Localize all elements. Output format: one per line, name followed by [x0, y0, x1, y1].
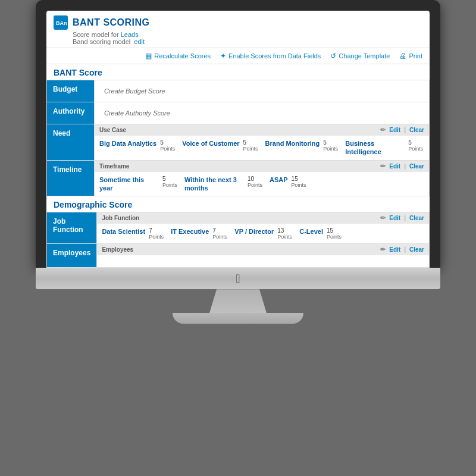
imac-stand-base [173, 313, 303, 324]
job-function-edit-icon: ✏ [380, 214, 386, 222]
score-model-link[interactable]: Leads [121, 31, 139, 38]
asap-points: 15Points [292, 176, 306, 188]
demographic-scoring-table: Job Function Job Function ✏ Edit | Clear [46, 212, 430, 268]
employees-actions: ✏ Edit | Clear [380, 246, 424, 253]
big-data-label: Big Data Analytics [99, 139, 156, 148]
clevel-label: C-Level [299, 227, 323, 236]
enable-scores-button[interactable]: ✦ Enable Scores from Data Fields [220, 52, 321, 60]
band-label: Band scoring model [73, 38, 130, 45]
imac-chin:  [36, 268, 440, 289]
employees-header: Employees ✏ Edit | Clear [97, 244, 429, 255]
data-scientist-points: 7Points [149, 227, 164, 240]
use-case-edit-link[interactable]: Edit [389, 127, 400, 133]
job-function-label-cell: Job Function [47, 212, 97, 244]
3months-label: Within the next 3 months [184, 176, 244, 193]
timeframe-clear-link[interactable]: Clear [409, 163, 424, 170]
employees-empty-space [97, 255, 429, 267]
use-case-actions: ✏ Edit | Clear [380, 126, 424, 134]
timeline-row: Timeline Timeframe ✏ Edit | Clear [47, 160, 430, 196]
need-content: Use Case ✏ Edit | Clear [95, 124, 430, 161]
authority-row: Authority Create Authority Score [47, 102, 430, 124]
score-item-it-executive: IT Executive 7Points [171, 227, 227, 240]
score-item-3months: Within the next 3 months 10Points [184, 176, 262, 193]
bant-section-title: BANT Score [46, 64, 430, 80]
brand-points: 5Points [323, 139, 338, 152]
job-function-header: Job Function ✏ Edit | Clear [97, 212, 429, 224]
svg-text:BAnt: BAnt [56, 20, 67, 26]
employees-header-label: Employees [102, 246, 133, 253]
brand-label: Brand Monitoring [265, 139, 320, 148]
change-template-icon: ↺ [330, 52, 336, 60]
authority-label: Authority [47, 102, 95, 124]
use-case-clear-link[interactable]: Clear [409, 127, 424, 133]
employees-row: Employees Employees ✏ Edit | Clear [47, 244, 430, 268]
job-function-header-label: Job Function [102, 215, 139, 221]
employees-content: Employees ✏ Edit | Clear [97, 244, 430, 268]
score-item-sometime: Sometime this year 5Points [99, 176, 177, 193]
budget-label: Budget [47, 80, 95, 102]
sometime-points: 5Points [162, 176, 177, 188]
score-item-voice: Voice of Customer 5Points [182, 139, 258, 156]
need-label: Need [47, 124, 95, 161]
vp-director-label: VP / Director [234, 227, 274, 236]
apple-logo-icon:  [236, 272, 240, 286]
page-title: BANT SCORING [73, 17, 150, 28]
job-function-actions: ✏ Edit | Clear [380, 214, 424, 222]
imac-screen: BAnt BANT SCORING Score model for Leads … [46, 11, 430, 268]
big-data-points: 5Points [160, 139, 175, 152]
recalculate-icon: ▦ [145, 52, 152, 60]
budget-row: Budget Create Budget Score [47, 80, 430, 102]
create-budget-score: Create Budget Score [95, 80, 429, 102]
job-function-content: Job Function ✏ Edit | Clear [97, 212, 430, 244]
demographic-section-title: Demographic Score [46, 196, 430, 212]
print-button[interactable]: 🖨 Print [399, 52, 422, 60]
vp-director-points: 13Points [277, 227, 292, 240]
enable-scores-icon: ✦ [220, 52, 226, 60]
score-model-label: Score model for [73, 31, 119, 38]
job-function-row: Job Function Job Function ✏ Edit | Clear [47, 212, 430, 244]
job-function-clear-link[interactable]: Clear [409, 215, 424, 221]
voice-points: 5Points [243, 139, 258, 152]
use-case-edit-icon: ✏ [380, 126, 386, 134]
asap-label: ASAP [270, 176, 288, 184]
timeframe-actions: ✏ Edit | Clear [380, 162, 424, 170]
change-template-button[interactable]: ↺ Change Template [330, 52, 390, 60]
need-row: Need Use Case ✏ Edit | Clear [47, 124, 430, 161]
print-icon: 🖨 [399, 52, 406, 60]
recalculate-scores-button[interactable]: ▦ Recalculate Scores [145, 52, 211, 60]
timeline-content: Timeframe ✏ Edit | Clear [95, 160, 430, 196]
band-edit-link[interactable]: edit [134, 38, 145, 45]
timeline-label: Timeline [47, 160, 95, 196]
use-case-items: Big Data Analytics 5Points Voice of Cust… [95, 136, 429, 160]
job-function-edit-link[interactable]: Edit [389, 215, 400, 221]
imac-stand-neck [202, 289, 274, 313]
score-item-big-data: Big Data Analytics 5Points [99, 139, 175, 156]
timeframe-label: Timeframe [99, 163, 129, 170]
it-executive-points: 7Points [212, 227, 227, 240]
bant-scoring-table: Budget Create Budget Score Authority [46, 80, 430, 196]
job-function-items: Data Scientist 7Points IT Executive 7Poi… [97, 224, 429, 243]
3months-points: 10Points [248, 176, 262, 188]
budget-content: Create Budget Score [95, 80, 430, 102]
data-scientist-label: Data Scientist [102, 227, 145, 236]
imac-screen-border: BAnt BANT SCORING Score model for Leads … [36, 0, 440, 268]
imac-screen-inner: BAnt BANT SCORING Score model for Leads … [46, 11, 430, 268]
create-authority-score: Create Authority Score [95, 102, 429, 124]
employees-label-cell: Employees [47, 244, 97, 268]
score-item-data-scientist: Data Scientist 7Points [102, 227, 164, 240]
score-item-vp-director: VP / Director 13Points [234, 227, 292, 240]
sometime-label: Sometime this year [99, 176, 159, 193]
employees-clear-link[interactable]: Clear [409, 246, 424, 253]
app-icon: BAnt [54, 15, 68, 30]
timeframe-edit-link[interactable]: Edit [389, 163, 400, 170]
score-item-clevel: C-Level 15Points [299, 227, 342, 240]
toolbar: ▦ Recalculate Scores ✦ Enable Scores fro… [46, 48, 430, 64]
business-label: Business Intelligence [345, 139, 405, 156]
app-container: BAnt BANT SCORING Score model for Leads … [46, 11, 430, 268]
voice-label: Voice of Customer [182, 139, 239, 148]
app-subtitle: Score model for Leads Band scoring model… [73, 31, 422, 45]
score-item-asap: ASAP 15Points [270, 176, 306, 193]
employees-edit-link[interactable]: Edit [389, 246, 400, 253]
use-case-header: Use Case ✏ Edit | Clear [95, 124, 429, 136]
it-executive-label: IT Executive [171, 227, 209, 236]
